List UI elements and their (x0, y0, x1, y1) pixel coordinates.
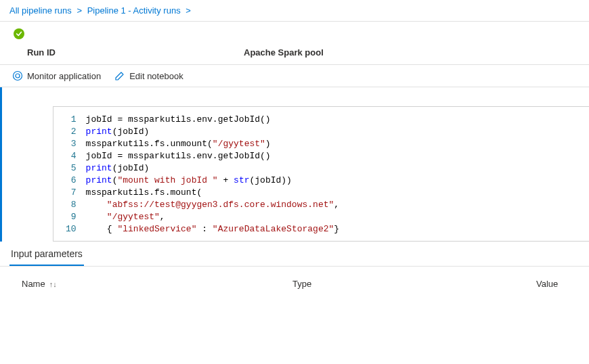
code-editor[interactable]: 12345678910 jobId = mssparkutils.env.get… (53, 107, 589, 235)
editor-frame[interactable]: 12345678910 jobId = mssparkutils.env.get… (53, 106, 589, 242)
column-header-name[interactable]: Name ↑↓ (22, 279, 292, 289)
breadcrumb-all-pipeline-runs[interactable]: All pipeline runs (9, 5, 72, 16)
spark-pool-label: Apache Spark pool (244, 47, 580, 58)
meta-row: Run ID Apache Spark pool (0, 42, 589, 64)
edit-icon (114, 70, 125, 81)
monitor-application-button[interactable]: Monitor application (12, 70, 101, 81)
breadcrumb: All pipeline runs > Pipeline 1 - Activit… (0, 0, 589, 22)
run-id-label: Run ID (27, 47, 244, 58)
action-bar: Monitor application Edit notebook (0, 64, 589, 87)
status-row (0, 22, 589, 42)
monitor-icon (12, 70, 23, 81)
column-header-name-label: Name (22, 279, 45, 289)
tabs-row: Input parameters (0, 242, 589, 267)
column-header-type[interactable]: Type (292, 279, 536, 289)
sort-icon: ↑↓ (49, 280, 57, 288)
code-content[interactable]: jobId = mssparkutils.env.getJobId()print… (86, 114, 340, 235)
edit-notebook-button[interactable]: Edit notebook (114, 70, 183, 81)
code-cell: 12345678910 jobId = mssparkutils.env.get… (0, 87, 589, 242)
chevron-right-icon: > (77, 5, 82, 16)
column-header-value-label: Value (536, 279, 558, 289)
svg-point-1 (16, 74, 20, 78)
monitor-application-label: Monitor application (27, 71, 101, 81)
success-icon (14, 28, 24, 39)
tab-input-parameters[interactable]: Input parameters (9, 242, 84, 266)
edit-notebook-label: Edit notebook (129, 71, 183, 81)
column-header-value[interactable]: Value (536, 279, 580, 289)
line-numbers: 12345678910 (53, 114, 86, 235)
column-header-type-label: Type (292, 279, 311, 289)
chevron-right-icon: > (186, 5, 191, 16)
breadcrumb-pipeline-activity-runs[interactable]: Pipeline 1 - Activity runs (87, 5, 181, 16)
cell-accent (0, 87, 2, 242)
parameters-table-header: Name ↑↓ Type Value (0, 267, 589, 296)
svg-point-0 (14, 72, 22, 81)
